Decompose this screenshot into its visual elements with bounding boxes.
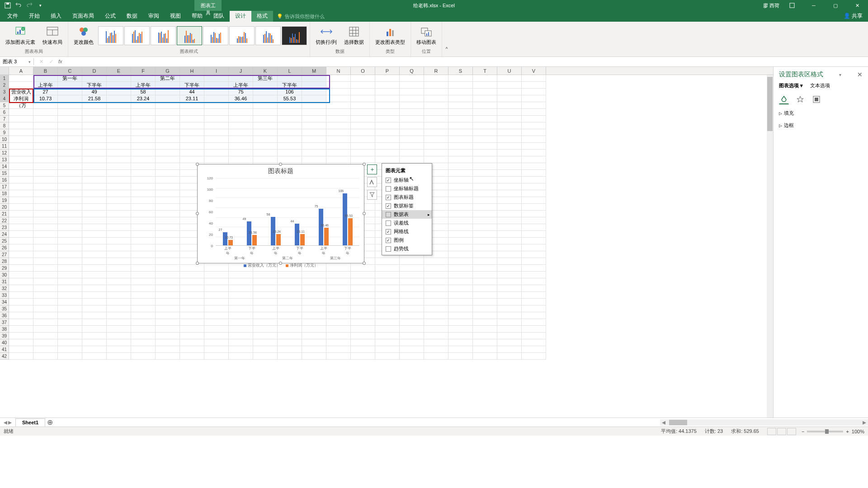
cell[interactable]: [448, 75, 473, 82]
cell[interactable]: [497, 89, 522, 95]
cell[interactable]: [9, 116, 33, 122]
cell[interactable]: [58, 163, 82, 170]
cell[interactable]: [448, 211, 473, 217]
cell[interactable]: [82, 278, 107, 285]
cell[interactable]: [326, 285, 351, 292]
cell[interactable]: [107, 75, 131, 82]
cell[interactable]: [107, 353, 131, 360]
row-header-25[interactable]: 25: [0, 238, 9, 244]
cell[interactable]: [522, 89, 546, 95]
fx-icon[interactable]: fx: [57, 59, 64, 65]
cell[interactable]: [156, 305, 180, 312]
cell[interactable]: [229, 312, 253, 319]
cell[interactable]: [58, 285, 82, 292]
cell[interactable]: [180, 312, 204, 319]
cell[interactable]: [33, 258, 58, 265]
cell[interactable]: [156, 278, 180, 285]
cell[interactable]: [131, 278, 156, 285]
cell[interactable]: [82, 177, 107, 183]
cell[interactable]: [82, 272, 107, 278]
cell[interactable]: [58, 224, 82, 231]
cell[interactable]: [33, 238, 58, 244]
cell[interactable]: [326, 319, 351, 326]
cell[interactable]: [58, 129, 82, 136]
cell[interactable]: [326, 109, 351, 116]
cell[interactable]: [253, 326, 278, 333]
cell[interactable]: [180, 305, 204, 312]
cell[interactable]: [302, 292, 326, 299]
cell[interactable]: [424, 143, 448, 150]
cell[interactable]: [351, 143, 375, 150]
cell[interactable]: [131, 75, 156, 82]
cell[interactable]: [326, 136, 351, 143]
cell[interactable]: [375, 122, 400, 129]
cell[interactable]: [448, 244, 473, 251]
cell[interactable]: [33, 353, 58, 360]
border-section[interactable]: ▷边框: [779, 122, 863, 129]
cell[interactable]: [156, 136, 180, 143]
cell[interactable]: [400, 299, 424, 305]
zoom-in-icon[interactable]: +: [846, 429, 849, 434]
cell[interactable]: [82, 122, 107, 129]
cell[interactable]: [131, 319, 156, 326]
cell[interactable]: [131, 109, 156, 116]
cell[interactable]: [473, 163, 497, 170]
chart-styles-button[interactable]: [367, 177, 377, 187]
cell[interactable]: [107, 102, 131, 109]
cell[interactable]: [82, 197, 107, 204]
zoom-slider[interactable]: [807, 431, 843, 432]
cell[interactable]: [400, 292, 424, 299]
cell[interactable]: [473, 244, 497, 251]
cell[interactable]: [204, 109, 229, 116]
cell[interactable]: [58, 116, 82, 122]
cell[interactable]: [497, 238, 522, 244]
cell[interactable]: [302, 75, 326, 82]
cell[interactable]: [253, 89, 278, 95]
cell[interactable]: [302, 82, 326, 89]
cell[interactable]: [473, 143, 497, 150]
cell[interactable]: [448, 319, 473, 326]
cell[interactable]: [180, 116, 204, 122]
normal-view-icon[interactable]: [767, 428, 776, 435]
cell[interactable]: [131, 163, 156, 170]
chart-element-option[interactable]: ✓坐标轴: [382, 176, 432, 184]
cell[interactable]: [497, 177, 522, 183]
cell[interactable]: [33, 197, 58, 204]
cell[interactable]: [131, 238, 156, 244]
cell[interactable]: [58, 346, 82, 353]
cell[interactable]: [180, 122, 204, 129]
col-header-D[interactable]: D: [82, 67, 107, 75]
cell[interactable]: [400, 75, 424, 82]
cell[interactable]: [58, 143, 82, 150]
cell[interactable]: [497, 305, 522, 312]
cell[interactable]: [131, 177, 156, 183]
cell[interactable]: [82, 170, 107, 177]
tab-help[interactable]: 帮助: [186, 10, 208, 22]
cell[interactable]: [278, 326, 302, 333]
cell[interactable]: [9, 217, 33, 224]
add-chart-element-button[interactable]: + 添加图表元素: [3, 24, 38, 47]
cell[interactable]: [351, 102, 375, 109]
cell[interactable]: [351, 122, 375, 129]
col-header-M[interactable]: M: [302, 67, 326, 75]
cell[interactable]: [326, 75, 351, 82]
cell[interactable]: [156, 238, 180, 244]
cell[interactable]: [522, 143, 546, 150]
chart-element-option[interactable]: 坐标轴标题: [382, 184, 432, 193]
cell[interactable]: [497, 258, 522, 265]
cell[interactable]: [448, 95, 473, 102]
cell[interactable]: [33, 346, 58, 353]
cell[interactable]: [156, 190, 180, 197]
cell[interactable]: [473, 258, 497, 265]
cell[interactable]: [351, 156, 375, 163]
cell[interactable]: [229, 129, 253, 136]
pane-tab-chart-options[interactable]: 图表选项 ▾: [779, 82, 803, 90]
row-header-3[interactable]: 3: [0, 89, 9, 95]
row-header-16[interactable]: 16: [0, 177, 9, 183]
cell[interactable]: [253, 305, 278, 312]
cell[interactable]: [131, 292, 156, 299]
cell[interactable]: [180, 292, 204, 299]
cell[interactable]: [497, 217, 522, 224]
cell[interactable]: [107, 305, 131, 312]
cell[interactable]: [351, 299, 375, 305]
